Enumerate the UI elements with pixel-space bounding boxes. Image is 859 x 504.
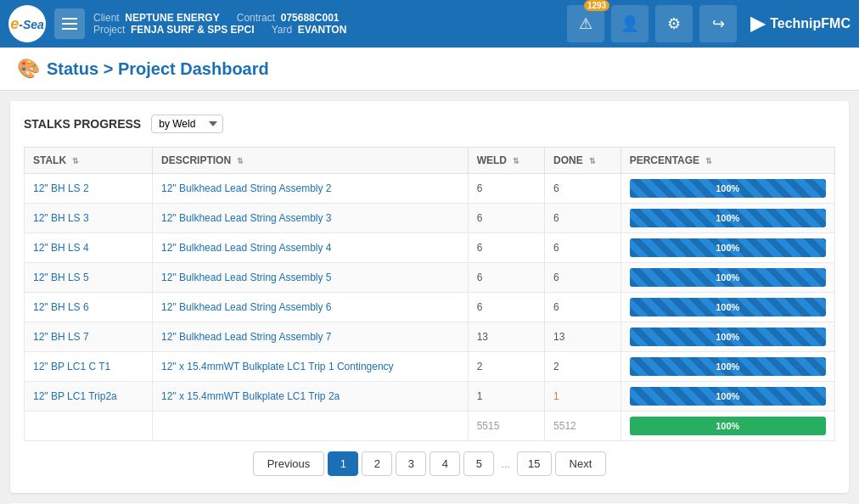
page-btn-5[interactable]: 5 [463,451,494,476]
header-icons: ⚠ 1293 👤 ⚙ ↪ ▶ TechnipFMC [567,5,851,42]
cell-percentage: 100% [620,204,834,233]
table-row: 12" BH LS 6 12" Bulkhead Lead String Ass… [25,293,835,322]
notifications-button[interactable]: ⚠ 1293 [567,5,604,42]
cell-percentage: 100% [620,382,834,412]
cell-weld: 6 [468,233,544,263]
totals-pct-cell: 100% [620,412,834,441]
notification-badge: 1293 [584,0,609,11]
totals-row: 5515 5512 100% [25,412,835,441]
cell-weld: 1 [468,382,544,412]
page-title: Status > Project Dashboard [47,59,269,79]
cell-description: 12" Bulkhead Lead String Assembly 6 [153,293,469,322]
sort-icon-done: ⇅ [589,157,596,165]
sort-icon-weld: ⇅ [513,157,519,165]
cell-done: 2 [545,352,621,382]
dashboard-icon: 🎨 [17,58,40,80]
page-btn-15[interactable]: 15 [517,451,551,476]
totals-weld-cell: 5515 [468,412,544,441]
contract-label: Contract [237,12,275,24]
logout-button[interactable]: ↪ [699,5,737,42]
stalks-title: STALKS PROGRESS [24,117,141,131]
cell-weld: 13 [468,322,544,352]
cell-stalk: 12" BP LC1 Trip2a [25,382,153,412]
cell-stalk: 12" BH LS 3 [25,204,153,233]
col-description[interactable]: DESCRIPTION ⇅ [153,148,469,174]
totals-done-cell: 5512 [545,412,621,441]
cell-weld: 2 [468,352,544,382]
totals-stalk-cell [25,412,153,441]
project-label: Project [93,24,125,36]
sort-icon-description: ⇅ [237,157,244,165]
col-percentage[interactable]: PERCENTAGE ⇅ [620,148,834,174]
cell-stalk: 12" BH LS 4 [25,233,153,263]
user-button[interactable]: 👤 [611,5,648,42]
table-row: 12" BP LC1 C T1 12" x 15.4mmWT Bulkplate… [25,352,835,382]
project-value: FENJA SURF & SPS EPCI [131,24,255,36]
table-row: 12" BP LC1 Trip2a 12" x 15.4mmWT Bulkpla… [25,382,835,412]
contract-value: 075688C001 [281,12,340,24]
sort-icon-percentage: ⇅ [705,157,712,165]
col-done[interactable]: DONE ⇅ [545,148,621,174]
pagination: Previous 1 2 3 4 5 ... 15 Next [24,441,835,479]
table-row: 12" BH LS 3 12" Bulkhead Lead String Ass… [25,204,835,233]
main-content: STALKS PROGRESS by Weld by Joint by Leng… [0,91,859,504]
cell-percentage: 100% [620,174,834,204]
cell-stalk: 12" BP LC1 C T1 [25,352,153,382]
col-stalk[interactable]: STALK ⇅ [25,148,153,174]
yard-value: EVANTON [298,24,347,36]
cell-percentage: 100% [620,233,834,263]
cell-percentage: 100% [620,352,834,382]
yard-label: Yard [272,24,292,36]
logout-icon: ↪ [712,14,725,33]
company-logo: ▶ TechnipFMC [750,13,851,35]
cell-weld: 6 [468,293,544,322]
client-label: Client [93,12,120,24]
col-weld[interactable]: WELD ⇅ [468,148,544,174]
cell-description: 12" x 15.4mmWT Bulkplate LC1 Trip 1 Cont… [153,352,469,382]
stalks-table: STALK ⇅ DESCRIPTION ⇅ WELD ⇅ DONE ⇅ [24,147,835,441]
cell-stalk: 12" BH LS 5 [25,263,153,293]
page-btn-4[interactable]: 4 [430,451,460,476]
cell-description: 12" Bulkhead Lead String Assembly 4 [153,233,469,263]
table-row: 12" BH LS 5 12" Bulkhead Lead String Ass… [25,263,835,293]
table-row: 12" BH LS 7 12" Bulkhead Lead String Ass… [25,322,835,352]
user-icon: 👤 [620,14,639,33]
cell-description: 12" Bulkhead Lead String Assembly 5 [153,263,469,293]
technip-icon: ▶ [750,13,765,35]
cell-weld: 6 [468,263,544,293]
page-btn-2[interactable]: 2 [362,451,392,476]
cell-percentage: 100% [620,322,834,352]
cell-done: 6 [545,233,621,263]
table-row: 12" BH LS 4 12" Bulkhead Lead String Ass… [25,233,835,263]
company-name: TechnipFMC [770,16,851,31]
cell-percentage: 100% [620,263,834,293]
page-btn-1[interactable]: 1 [328,451,358,476]
hamburger-button[interactable] [54,8,85,39]
totals-desc-cell [153,412,469,441]
stalks-filter-select[interactable]: by Weld by Joint by Length [151,115,223,133]
next-button[interactable]: Next [555,451,607,476]
sort-icon-stalk: ⇅ [72,157,79,165]
logo: e-Sea [8,5,46,42]
cell-description: 12" Bulkhead Lead String Assembly 7 [153,322,469,352]
cell-done: 6 [545,263,621,293]
cell-done: 6 [545,204,621,233]
client-value: NEPTUNE ENERGY [125,12,219,24]
cell-stalk: 12" BH LS 7 [25,322,153,352]
breadcrumb: 🎨 Status > Project Dashboard [0,48,859,91]
cell-weld: 6 [468,174,544,204]
cell-done: 6 [545,293,621,322]
cell-done: 1 [545,382,621,412]
page-btn-3[interactable]: 3 [396,451,426,476]
cell-done: 6 [545,174,621,204]
cell-description: 12" Bulkhead Lead String Assembly 2 [153,174,469,204]
prev-button[interactable]: Previous [253,451,325,476]
cell-percentage: 100% [620,293,834,322]
cell-stalk: 12" BH LS 6 [25,293,153,322]
header-project-info: Client NEPTUNE ENERGY Contract 075688C00… [93,12,559,36]
settings-button[interactable]: ⚙ [655,5,693,42]
alert-icon: ⚠ [579,14,592,33]
gear-icon: ⚙ [667,14,681,33]
cell-description: 12" x 15.4mmWT Bulkplate LC1 Trip 2a [153,382,469,412]
cell-done: 13 [545,322,621,352]
